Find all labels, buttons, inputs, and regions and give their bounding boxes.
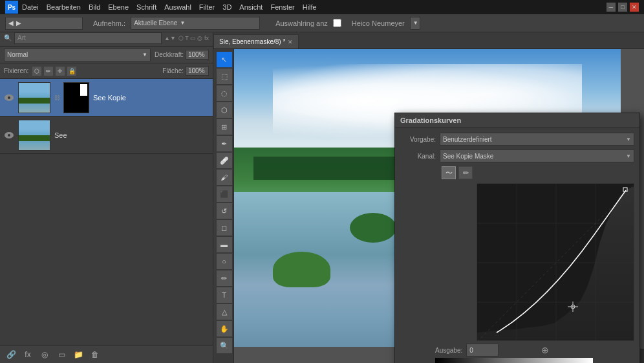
fx-icon[interactable]: fx bbox=[22, 349, 34, 360]
ps-logo: Ps bbox=[5, 1, 18, 14]
layer-visibility-see[interactable] bbox=[4, 132, 14, 138]
menu-hilfe[interactable]: Hilfe bbox=[303, 3, 317, 11]
layers-panel: Ebenen ☰ 🔍 Art ▲▼ ⬡ T ▭ ◎ fx Normal ▼ De… bbox=[0, 14, 213, 363]
auswahlring-checkbox[interactable] bbox=[333, 19, 341, 27]
eye-icon-see-kopie bbox=[5, 94, 14, 101]
fix-pixels-button[interactable]: ✏ bbox=[44, 67, 53, 76]
link-icon[interactable]: 🔗 bbox=[5, 349, 17, 360]
gradationskurven-dialog: Gradationskurven Vorgabe: Benutzerdefini… bbox=[394, 113, 640, 363]
layers-bottom-toolbar: 🔗 fx ◎ ▭ 📁 🗑 bbox=[0, 345, 213, 363]
layer-mask-see-kopie[interactable] bbox=[63, 82, 89, 113]
plants1-layer bbox=[273, 252, 331, 287]
flache-section: Fläche: 100% bbox=[162, 66, 209, 76]
tool-brush[interactable]: 🖌 bbox=[217, 170, 232, 185]
vorgabe-row: Vorgabe: Benutzerdefiniert ▼ bbox=[400, 133, 634, 146]
layer-item-see[interactable]: See bbox=[0, 116, 213, 154]
tab-close-icon[interactable]: ✕ bbox=[288, 39, 293, 45]
top-toolbar: ◀ ▶ Aufnehm.: Aktuelle Ebene ▼ Auswahlri… bbox=[0, 14, 644, 32]
opacity-value[interactable]: 100% bbox=[186, 50, 209, 60]
tab-see-ebenenmaske[interactable]: Sie, Ebenenmaske/8) * ✕ bbox=[213, 34, 299, 49]
pencil-tool-button[interactable]: ✏ bbox=[458, 166, 473, 179]
eye-icon-see bbox=[5, 132, 14, 138]
close-button[interactable]: ✕ bbox=[630, 3, 639, 12]
fix-position-button[interactable]: ✛ bbox=[56, 67, 65, 76]
mask-icon[interactable]: ▭ bbox=[56, 349, 67, 360]
histogram-svg bbox=[477, 184, 634, 341]
tool-eraser[interactable]: ◻ bbox=[217, 220, 232, 236]
user-dropdown[interactable]: ▼ bbox=[410, 17, 420, 30]
fixieren-icons: ⬡ ✏ ✛ 🔒 bbox=[32, 67, 76, 76]
flache-value[interactable]: 100% bbox=[186, 66, 209, 76]
tool-hand[interactable]: ✋ bbox=[217, 321, 232, 336]
tool-zoom[interactable]: 🔍 bbox=[217, 338, 232, 353]
vorgabe-label: Vorgabe: bbox=[400, 136, 436, 143]
tool-marquee[interactable]: ⬚ bbox=[217, 69, 232, 84]
tool-stamp[interactable]: ⬛ bbox=[217, 186, 232, 202]
tool-gradient[interactable]: ▬ bbox=[217, 237, 232, 252]
aktuelle-ebene-dropdown[interactable]: Aktuelle Ebene ▼ bbox=[131, 17, 260, 30]
kanal-dropdown[interactable]: See Kopie Maske ▼ bbox=[440, 149, 634, 162]
tab-label: Sie, Ebenenmaske/8) * bbox=[219, 38, 285, 45]
menu-datei[interactable]: Datei bbox=[22, 3, 39, 11]
chevron-down-icon: ▼ bbox=[180, 20, 185, 26]
minimize-button[interactable]: ─ bbox=[606, 3, 616, 12]
menu-schrift[interactable]: Schrift bbox=[136, 3, 156, 11]
fix-artboard-button[interactable]: 🔒 bbox=[67, 67, 76, 76]
layer-name-see-kopie: See Kopie bbox=[93, 94, 209, 102]
delete-icon[interactable]: 🗑 bbox=[89, 349, 101, 360]
menu-filter[interactable]: Filter bbox=[199, 3, 215, 11]
output-input[interactable] bbox=[466, 344, 499, 357]
title-bar-left: Ps Datei Bearbeiten Bild Ebene Schrift A… bbox=[5, 1, 317, 14]
user-label: Heico Neumeyer bbox=[352, 19, 405, 27]
tool-text[interactable]: T bbox=[217, 287, 232, 303]
menu-3d[interactable]: 3D bbox=[222, 3, 231, 11]
blend-mode-dropdown[interactable]: Normal ▼ bbox=[4, 49, 151, 61]
tool-options-dropdown[interactable]: ◀ ▶ bbox=[5, 17, 83, 30]
opacity-label: Deckkraft: bbox=[155, 51, 184, 58]
layers-list: ⛓ See Kopie See bbox=[0, 79, 213, 345]
layer-item-see-kopie[interactable]: ⛓ See Kopie bbox=[0, 79, 213, 116]
fix-transparent-button[interactable]: ⬡ bbox=[32, 67, 41, 76]
output-label: Ausgabe: bbox=[435, 347, 462, 354]
tool-lasso[interactable]: ◌ bbox=[217, 85, 232, 101]
window-controls: ─ □ ✕ bbox=[606, 3, 639, 12]
layer-type-icons: ⬡ T ▭ ◎ fx bbox=[178, 35, 209, 41]
curves-tool-button[interactable]: 〜 bbox=[442, 166, 456, 179]
blend-opacity-row: Normal ▼ Deckkraft: 100% bbox=[0, 47, 213, 63]
user-chevron-icon: ▼ bbox=[413, 20, 418, 26]
plants2-layer bbox=[350, 213, 396, 243]
menu-fenster[interactable]: Fenster bbox=[270, 3, 294, 11]
dialog-title: Gradationskurven bbox=[400, 116, 461, 124]
title-bar-menu: Datei Bearbeiten Bild Ebene Schrift Ausw… bbox=[22, 3, 317, 11]
menu-ebene[interactable]: Ebene bbox=[108, 3, 129, 11]
tool-path[interactable]: △ bbox=[217, 304, 232, 320]
kanal-row: Kanal: See Kopie Maske ▼ bbox=[400, 149, 634, 162]
kanal-arrow-icon: ▼ bbox=[626, 153, 631, 159]
menu-auswahl[interactable]: Auswahl bbox=[164, 3, 191, 11]
tool-pen[interactable]: ✏ bbox=[217, 270, 232, 286]
tool-heal[interactable]: 🩹 bbox=[217, 153, 232, 168]
flache-label: Fläche: bbox=[162, 67, 184, 74]
menu-ansicht[interactable]: Ansicht bbox=[239, 3, 263, 11]
tool-move[interactable]: ↖ bbox=[217, 52, 232, 67]
tool-crop[interactable]: ⊞ bbox=[217, 119, 232, 135]
layer-thumbnail-see-kopie bbox=[18, 82, 50, 113]
curves-graph[interactable] bbox=[477, 183, 634, 341]
tool-magic-wand[interactable]: ⬡ bbox=[217, 102, 232, 118]
tool-dodge[interactable]: ○ bbox=[217, 254, 232, 269]
tool-history[interactable]: ↺ bbox=[217, 203, 232, 219]
tool-eyedropper[interactable]: ✒ bbox=[217, 136, 232, 151]
search-icon: 🔍 bbox=[4, 34, 12, 41]
adjustment-icon[interactable]: ◎ bbox=[39, 349, 50, 360]
layer-visibility-see-kopie[interactable] bbox=[4, 94, 14, 101]
maximize-button[interactable]: □ bbox=[618, 3, 627, 12]
auswahlring-checkbox-label: Auswahlring anz bbox=[275, 19, 328, 27]
chain-icon-see-kopie: ⛓ bbox=[54, 94, 59, 101]
vorgabe-value: Benutzerdefiniert bbox=[443, 136, 492, 143]
folder-icon[interactable]: 📁 bbox=[72, 349, 84, 360]
toolbox: ↖ ⬚ ◌ ⬡ ⊞ ✒ 🩹 🖌 ⬛ ↺ ◻ ▬ ○ ✏ T △ ✋ 🔍 bbox=[215, 49, 234, 363]
menu-bearbeiten[interactable]: Bearbeiten bbox=[47, 3, 81, 11]
blend-mode-value: Normal bbox=[7, 51, 28, 58]
menu-bild[interactable]: Bild bbox=[89, 3, 100, 11]
vorgabe-dropdown[interactable]: Benutzerdefiniert ▼ bbox=[440, 133, 634, 146]
